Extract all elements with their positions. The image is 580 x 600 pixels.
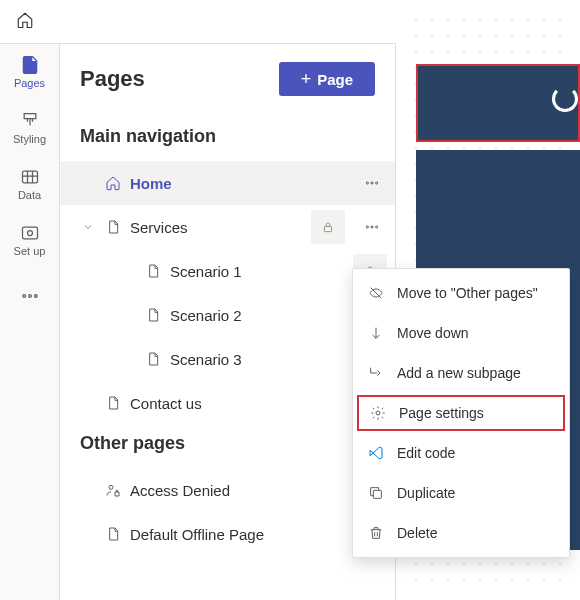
menu-label: Page settings xyxy=(399,405,484,421)
tree-label: Scenario 2 xyxy=(170,307,345,324)
pages-panel: Pages + Page Main navigation Home Servic… xyxy=(60,0,396,600)
page-icon xyxy=(144,350,162,368)
more-button[interactable] xyxy=(355,210,389,244)
home-icon[interactable] xyxy=(16,11,34,32)
panel-title: Pages xyxy=(80,66,145,92)
svg-rect-1 xyxy=(22,227,37,239)
more-icon xyxy=(20,286,40,306)
menu-label: Move to "Other pages" xyxy=(397,285,538,301)
svg-point-8 xyxy=(376,182,378,184)
svg-rect-0 xyxy=(22,171,37,183)
rail-item-styling[interactable]: Styling xyxy=(0,100,60,156)
setup-icon xyxy=(20,223,40,243)
menu-label: Add a new subpage xyxy=(397,365,521,381)
svg-point-10 xyxy=(366,226,368,228)
rail-label: Pages xyxy=(14,77,45,89)
rail-item-data[interactable]: Data xyxy=(0,156,60,212)
menu-label: Move down xyxy=(397,325,469,341)
canvas-frame-header[interactable] xyxy=(416,64,580,142)
section-main-nav: Main navigation xyxy=(60,118,395,161)
tree-label: Scenario 3 xyxy=(170,351,345,368)
add-page-label: Page xyxy=(317,71,353,88)
trash-icon xyxy=(367,524,385,542)
svg-point-4 xyxy=(28,295,31,298)
home-icon xyxy=(104,174,122,192)
rail-label: Data xyxy=(18,189,41,201)
rail-item-more[interactable] xyxy=(0,268,60,324)
menu-label: Duplicate xyxy=(397,485,455,501)
menu-move-down[interactable]: Move down xyxy=(353,313,569,353)
svg-point-12 xyxy=(376,226,378,228)
duplicate-icon xyxy=(367,484,385,502)
menu-add-subpage[interactable]: Add a new subpage xyxy=(353,353,569,393)
tree-label: Home xyxy=(130,175,347,192)
tree-label: Access Denied xyxy=(130,482,389,499)
rail-label: Set up xyxy=(14,245,46,257)
brush-icon xyxy=(20,111,40,131)
menu-label: Edit code xyxy=(397,445,455,461)
tree-row-scenario3[interactable]: Scenario 3 xyxy=(60,337,395,381)
tree-row-scenario1[interactable]: Scenario 1 xyxy=(60,249,395,293)
svg-point-16 xyxy=(109,485,113,489)
menu-page-settings[interactable]: Page settings xyxy=(357,395,565,431)
plus-icon: + xyxy=(301,70,312,88)
menu-duplicate[interactable]: Duplicate xyxy=(353,473,569,513)
rail-item-setup[interactable]: Set up xyxy=(0,212,60,268)
page-icon xyxy=(144,306,162,324)
spinner-icon xyxy=(552,86,578,112)
svg-point-6 xyxy=(366,182,368,184)
section-other-pages: Other pages xyxy=(60,425,395,468)
pages-icon xyxy=(20,55,40,75)
add-page-button[interactable]: + Page xyxy=(279,62,375,96)
page-icon xyxy=(144,262,162,280)
other-pages-tree: Access Denied Default Offline Page xyxy=(60,468,395,556)
chevron-down-icon[interactable] xyxy=(80,221,96,233)
rail-item-pages[interactable]: Pages xyxy=(0,44,60,100)
tree-row-access-denied[interactable]: Access Denied xyxy=(60,468,395,512)
svg-rect-9 xyxy=(325,226,332,231)
svg-rect-18 xyxy=(373,490,381,498)
menu-delete[interactable]: Delete xyxy=(353,513,569,553)
menu-label: Delete xyxy=(397,525,437,541)
tree-label: Scenario 1 xyxy=(170,263,345,280)
main-nav-tree: Home Services Scenario 1 Scenario 2 xyxy=(60,161,395,425)
tree-label: Contact us xyxy=(130,395,389,412)
eye-off-icon xyxy=(367,284,385,302)
svg-point-3 xyxy=(22,295,25,298)
gear-icon xyxy=(369,404,387,422)
person-lock-icon xyxy=(104,481,122,499)
subpage-icon xyxy=(367,364,385,382)
svg-point-2 xyxy=(27,231,32,236)
svg-point-17 xyxy=(376,411,380,415)
tree-row-default-offline[interactable]: Default Offline Page xyxy=(60,512,395,556)
tree-label: Services xyxy=(130,219,303,236)
more-button[interactable] xyxy=(355,166,389,200)
data-icon xyxy=(20,167,40,187)
tree-row-services[interactable]: Services xyxy=(60,205,395,249)
tree-row-contact[interactable]: Contact us xyxy=(60,381,395,425)
tree-row-home[interactable]: Home xyxy=(60,161,395,205)
svg-point-11 xyxy=(371,226,373,228)
arrow-down-icon xyxy=(367,324,385,342)
page-icon xyxy=(104,218,122,236)
rail-label: Styling xyxy=(13,133,46,145)
svg-point-7 xyxy=(371,182,373,184)
vscode-icon xyxy=(367,444,385,462)
svg-point-5 xyxy=(34,295,37,298)
page-icon xyxy=(104,394,122,412)
tree-row-scenario2[interactable]: Scenario 2 xyxy=(60,293,395,337)
tree-label: Default Offline Page xyxy=(130,526,389,543)
lock-icon xyxy=(311,210,345,244)
menu-edit-code[interactable]: Edit code xyxy=(353,433,569,473)
page-icon xyxy=(104,525,122,543)
context-menu: Move to "Other pages" Move down Add a ne… xyxy=(352,268,570,558)
left-rail: Pages Styling Data Set up xyxy=(0,0,60,600)
menu-move-to-other[interactable]: Move to "Other pages" xyxy=(353,273,569,313)
